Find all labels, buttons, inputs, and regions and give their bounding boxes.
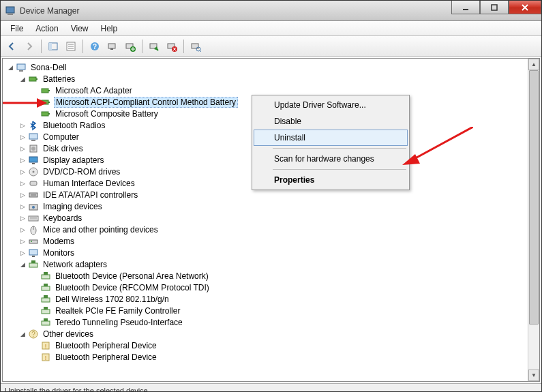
svg-text:?: ? [31, 331, 35, 338]
battery-icon [40, 97, 51, 108]
svg-rect-50 [29, 240, 37, 243]
context-menu-item[interactable]: Disable [254, 113, 408, 130]
tree-node[interactable]: !Bluetooth Peripheral Device [4, 340, 526, 351]
expand-icon[interactable]: ▷ [19, 145, 27, 152]
tree-node-label: Bluetooth Radios [42, 121, 106, 130]
tree-node-label: IDE ATA/ATAPI controllers [42, 190, 139, 200]
battery-icon [40, 108, 51, 119]
mouse-icon [28, 224, 39, 235]
statusbar: Uninstalls the driver for the selected d… [1, 383, 541, 392]
svg-rect-0 [6, 7, 14, 13]
tree-node-label: Batteries [42, 74, 76, 84]
show-hide-console-button[interactable] [45, 38, 61, 55]
display-icon [28, 155, 39, 166]
scrollbar-track[interactable] [528, 70, 539, 370]
minimize-button[interactable] [451, 1, 480, 14]
keyboard-icon [28, 213, 39, 224]
tree-node-label: DVD/CD-ROM drives [42, 167, 121, 177]
tree-node[interactable]: Dell Wireless 1702 802.11b/g/n [4, 293, 526, 305]
enable-button[interactable] [146, 38, 162, 55]
svg-rect-2 [463, 9, 468, 10]
tree-node[interactable]: ▷Modems [4, 235, 526, 247]
menu-file[interactable]: File [5, 22, 29, 35]
scan-hardware-button[interactable] [187, 38, 204, 55]
expand-icon[interactable]: ▷ [19, 249, 27, 256]
tree-node[interactable]: ◢Batteries [4, 73, 526, 85]
context-menu-item[interactable]: Uninstall [254, 130, 408, 146]
forward-button[interactable] [21, 38, 37, 55]
svg-rect-1 [7, 14, 13, 15]
window-buttons [451, 1, 541, 14]
scan-button[interactable] [104, 38, 121, 55]
svg-rect-64 [42, 321, 50, 325]
svg-rect-30 [42, 112, 48, 116]
expand-icon[interactable]: ▷ [19, 168, 27, 175]
scrollbar-down-button[interactable]: ▼ [528, 370, 539, 381]
svg-rect-32 [29, 134, 37, 139]
tree-node-label: Other devices [42, 329, 95, 339]
tree-node[interactable]: ▷Mice and other pointing devices [4, 224, 526, 235]
collapse-icon[interactable]: ◢ [7, 63, 14, 71]
vertical-scrollbar[interactable]: ▲ ▼ [528, 59, 539, 381]
expand-icon[interactable]: ▷ [19, 156, 27, 164]
tree-node[interactable]: ▷IDE ATA/ATAPI controllers [4, 189, 526, 200]
context-menu-item[interactable]: Properties [254, 172, 408, 188]
tree-node[interactable]: Teredo Tunneling Pseudo-Interface [4, 316, 526, 328]
tree-node[interactable]: ▷Keyboards [4, 212, 526, 224]
tree-node[interactable]: Bluetooth Device (Personal Area Network) [4, 270, 526, 282]
expand-icon[interactable]: ▷ [19, 237, 27, 245]
tree-node[interactable]: ◢?Other devices [4, 328, 526, 340]
context-menu-item[interactable]: Scan for hardware changes [254, 151, 408, 167]
menu-action[interactable]: Action [30, 22, 63, 35]
computer-icon [28, 132, 39, 142]
svg-text:!: ! [45, 343, 47, 350]
expand-icon[interactable]: ▷ [19, 121, 27, 129]
collapse-icon[interactable]: ◢ [19, 260, 27, 268]
svg-rect-61 [44, 295, 48, 298]
tree-node[interactable]: !Bluetooth Peripheral Device [4, 351, 526, 363]
app-icon [5, 5, 16, 16]
expand-icon[interactable]: ▷ [19, 202, 27, 210]
properties-button[interactable] [63, 38, 79, 55]
tree-node[interactable]: ▷Monitors [4, 247, 526, 258]
network-icon [40, 305, 51, 316]
collapse-icon[interactable]: ◢ [19, 75, 27, 82]
maximize-button[interactable] [480, 1, 509, 14]
tree-node[interactable]: ◢Sona-Dell [4, 61, 526, 73]
tree-node[interactable]: ◢Network adapters [4, 258, 526, 270]
tree-node-label: Mice and other pointing devices [42, 225, 160, 235]
device-tree[interactable]: ◢Sona-Dell◢BatteriesMicrosoft AC Adapter… [3, 59, 528, 381]
svg-rect-28 [42, 100, 48, 104]
tree-node[interactable]: Realtek PCIe FE Family Controller [4, 305, 526, 316]
tree-node[interactable]: Bluetooth Device (RFCOMM Protocol TDI) [4, 282, 526, 293]
network-icon [40, 282, 51, 293]
bluetooth-icon [28, 120, 39, 131]
tree-node[interactable]: ▷Imaging devices [4, 200, 526, 212]
svg-rect-40 [30, 181, 37, 185]
update-driver-button[interactable] [122, 38, 138, 55]
battery-icon [28, 74, 39, 85]
expand-icon[interactable]: ▷ [19, 214, 27, 222]
help-button[interactable]: ? [87, 38, 103, 55]
expand-icon[interactable]: ▷ [19, 179, 27, 187]
menu-view[interactable]: View [65, 22, 94, 35]
tree-node-label: Human Interface Devices [42, 179, 136, 188]
menu-help[interactable]: Help [95, 22, 123, 35]
monitor-icon [28, 247, 39, 258]
svg-point-44 [32, 206, 35, 209]
expand-icon[interactable]: ▷ [19, 226, 27, 233]
expand-icon[interactable]: ▷ [19, 133, 27, 140]
battery-icon [40, 85, 51, 96]
tree-node-label: Modems [42, 237, 76, 246]
uninstall-button[interactable] [164, 38, 180, 55]
context-menu-item[interactable]: Update Driver Software... [254, 97, 408, 113]
expand-icon[interactable]: ▷ [19, 191, 27, 198]
back-button[interactable] [3, 38, 20, 55]
collapse-icon[interactable]: ◢ [19, 330, 27, 337]
svg-text:?: ? [93, 43, 97, 50]
tree-node-label: Microsoft ACPI-Compliant Control Method … [54, 97, 238, 108]
scrollbar-up-button[interactable]: ▲ [528, 59, 539, 70]
close-button[interactable] [509, 1, 541, 14]
scrollbar-thumb[interactable] [529, 70, 539, 325]
tree-node-label: Dell Wireless 1702 802.11b/g/n [54, 295, 170, 304]
